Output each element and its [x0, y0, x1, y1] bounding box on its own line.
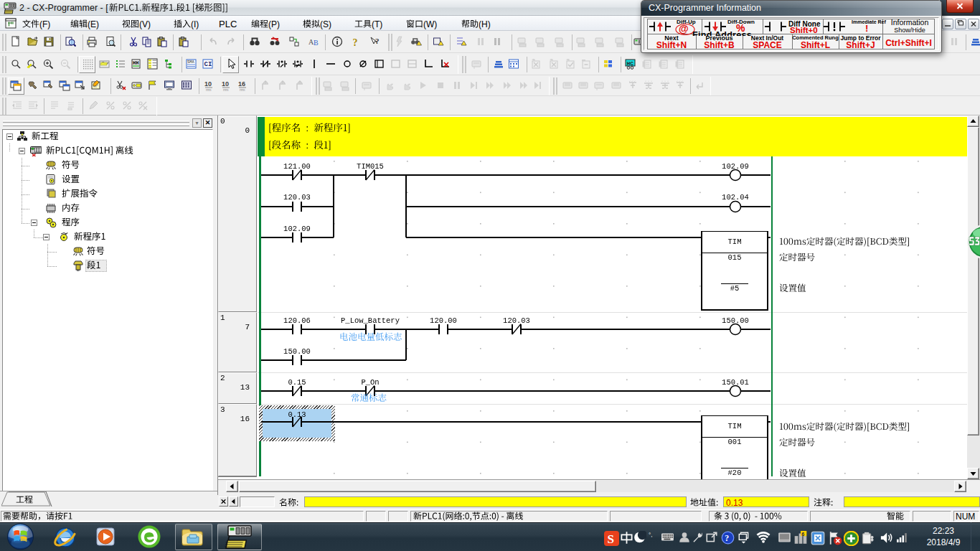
svg-text:S: S	[608, 532, 614, 546]
svg-text:10: 10	[204, 80, 212, 88]
svg-text:?: ?	[353, 37, 358, 48]
svg-text:rrm: rrm	[240, 88, 245, 92]
svg-text:CI: CI	[204, 61, 212, 68]
svg-text:°,: °,	[649, 532, 652, 538]
svg-text:6: 6	[801, 532, 804, 537]
svg-text:rrm: rrm	[223, 88, 229, 92]
svg-text:HH: HH	[133, 60, 138, 66]
svg-text:SMA: SMA	[187, 60, 195, 65]
svg-text:?: ?	[375, 37, 380, 45]
svg-text:16: 16	[238, 80, 245, 88]
svg-text:HC: HC	[627, 60, 634, 67]
svg-text:rrm: rrm	[206, 88, 212, 92]
svg-text:?: ?	[725, 533, 729, 543]
svg-text:B: B	[314, 39, 319, 47]
svg-text:10: 10	[222, 80, 229, 88]
